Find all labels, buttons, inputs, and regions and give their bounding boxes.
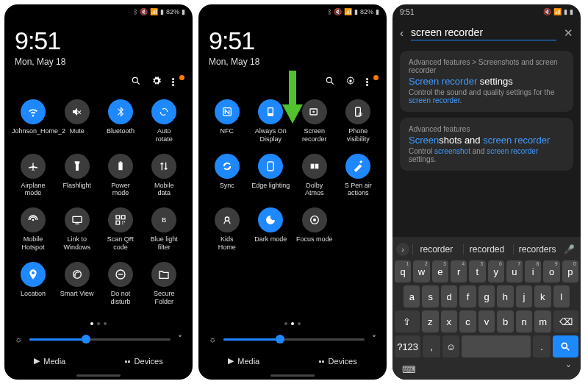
suggestion-1[interactable]: recorder — [412, 244, 460, 255]
svg-point-30 — [313, 218, 316, 221]
tile-wifi[interactable]: Johnson_Home_2 — [12, 99, 54, 143]
key-j[interactable]: j — [516, 285, 532, 307]
search-result[interactable]: Advanced features > Screenshots and scre… — [400, 51, 573, 112]
tile-screen-recorder[interactable]: Screen recorder — [293, 99, 336, 143]
key-period[interactable]: . — [533, 335, 551, 358]
tile-sync[interactable]: Sync — [206, 154, 248, 198]
key-search[interactable] — [553, 335, 578, 358]
key-y[interactable]: y6 — [488, 260, 504, 282]
tile-location[interactable]: Location — [12, 262, 54, 306]
tile-dark-mode[interactable]: Dark mode — [250, 207, 293, 252]
mic-icon[interactable]: 🎤 — [564, 244, 577, 255]
key-symbols[interactable]: ?123 — [395, 335, 420, 358]
svg-rect-7 — [121, 216, 125, 219]
brightness-expand-icon[interactable]: ˅ — [178, 334, 182, 344]
key-b[interactable]: b — [497, 310, 514, 333]
key-emoji[interactable]: ☺ — [442, 335, 460, 358]
key-l[interactable]: l — [553, 285, 570, 307]
key-g[interactable]: g — [478, 285, 495, 307]
key-e[interactable]: e3 — [432, 260, 448, 282]
suggestion-3[interactable]: recorders — [513, 244, 561, 255]
more-icon[interactable] — [366, 77, 376, 88]
key-c[interactable]: c — [459, 310, 476, 333]
key-o[interactable]: o9 — [543, 260, 559, 282]
tile-grid-2: NFCAlways On DisplayScreen recorderPhone… — [204, 96, 381, 255]
tile-airplane[interactable]: Airplane mode — [12, 154, 54, 198]
media-button[interactable]: ▶Media — [228, 356, 259, 366]
key-shift[interactable]: ⇧ — [395, 310, 420, 333]
key-z[interactable]: z — [422, 310, 439, 333]
key-s[interactable]: s — [422, 285, 438, 307]
tile-link-windows[interactable]: Link to Windows — [56, 207, 98, 252]
key-u[interactable]: u7 — [506, 260, 523, 282]
key-q[interactable]: q1 — [395, 260, 411, 282]
key-n[interactable]: n — [516, 310, 533, 333]
tile-nfc[interactable]: NFC — [206, 99, 248, 143]
keyboard-collapse-icon[interactable]: ˅ — [566, 363, 571, 375]
key-i[interactable]: i8 — [525, 260, 541, 282]
keyboard-switch-icon[interactable]: ⌨ — [402, 364, 416, 375]
suggestion-2[interactable]: recorded — [463, 244, 511, 255]
tile-edge-lighting[interactable]: Edge lighting — [250, 154, 293, 198]
tile-focus-mode[interactable]: Focus mode — [293, 207, 336, 252]
pager-1[interactable] — [4, 318, 193, 330]
key-a[interactable]: a — [404, 285, 420, 307]
key-t[interactable]: t5 — [469, 260, 485, 282]
search-icon[interactable] — [325, 76, 335, 89]
key-backspace[interactable]: ⌫ — [553, 310, 578, 333]
tile-auto-rotate[interactable]: Auto rotate — [143, 99, 185, 143]
tile-phone-visibility[interactable]: Phone visibility — [337, 99, 380, 143]
tile-spen-air[interactable]: S Pen air actions — [337, 154, 380, 198]
key-m[interactable]: m — [534, 310, 551, 333]
svg-rect-25 — [268, 162, 273, 171]
nav-bar[interactable] — [76, 374, 121, 377]
tile-scan-qr[interactable]: Scan QR code — [99, 207, 141, 252]
power-mode-icon — [108, 154, 133, 179]
back-icon[interactable]: ‹ — [400, 26, 404, 39]
nav-bar[interactable] — [270, 374, 315, 377]
key-v[interactable]: v — [478, 310, 495, 333]
tile-mobile-data[interactable]: Mobile data — [143, 154, 185, 198]
blue-light-icon: B — [151, 207, 176, 232]
key-d[interactable]: d — [441, 285, 457, 307]
key-w[interactable]: w2 — [413, 260, 429, 282]
devices-button[interactable]: ▪▪Devices — [319, 356, 357, 366]
key-p[interactable]: p0 — [562, 260, 578, 282]
tile-smart-view[interactable]: Smart View — [56, 262, 98, 306]
search-icon[interactable] — [131, 76, 141, 89]
result-desc: Control the sound and quality settings f… — [409, 88, 564, 104]
tile-power-mode[interactable]: Power mode — [99, 154, 141, 198]
key-x[interactable]: x — [441, 310, 458, 333]
tile-dolby-atmos[interactable]: Dolby Atmos — [293, 154, 336, 198]
tile-flashlight[interactable]: Flashlight — [56, 154, 98, 198]
devices-button[interactable]: ▪▪Devices — [125, 356, 163, 366]
tile-always-on[interactable]: Always On Display — [250, 99, 293, 143]
tile-bluetooth[interactable]: Bluetooth — [99, 99, 141, 143]
key-space[interactable] — [462, 335, 531, 358]
result-breadcrumb: Advanced features > Screenshots and scre… — [409, 58, 564, 74]
key-f[interactable]: f — [459, 285, 476, 307]
brightness-slider[interactable] — [223, 338, 365, 341]
tile-dnd[interactable]: Do not disturb — [99, 262, 141, 306]
suggestion-expand[interactable]: › — [396, 243, 409, 256]
kids-home-icon — [215, 207, 240, 232]
key-k[interactable]: k — [534, 285, 551, 307]
tile-hotspot[interactable]: Mobile Hotspot — [12, 207, 54, 252]
tile-blue-light[interactable]: BBlue light filter — [143, 207, 185, 252]
gear-icon[interactable] — [151, 76, 162, 89]
more-icon[interactable] — [172, 77, 182, 88]
tile-secure-folder[interactable]: Secure Folder — [143, 262, 185, 306]
tile-mute[interactable]: Mute — [56, 99, 98, 143]
key-h[interactable]: h — [497, 285, 513, 307]
brightness-slider[interactable] — [29, 338, 171, 341]
media-button[interactable]: ▶Media — [34, 356, 65, 366]
key-r[interactable]: r4 — [451, 260, 467, 282]
key-comma[interactable]: , — [423, 335, 440, 358]
pager-2[interactable] — [198, 318, 387, 330]
tile-kids-home[interactable]: Kids Home — [206, 207, 248, 252]
search-result[interactable]: Advanced featuresScreenshots and screen … — [400, 118, 573, 171]
gear-icon[interactable] — [345, 76, 356, 89]
clear-icon[interactable]: ✕ — [564, 26, 573, 40]
brightness-expand-icon[interactable]: ˅ — [372, 334, 376, 344]
search-input[interactable] — [411, 25, 556, 40]
